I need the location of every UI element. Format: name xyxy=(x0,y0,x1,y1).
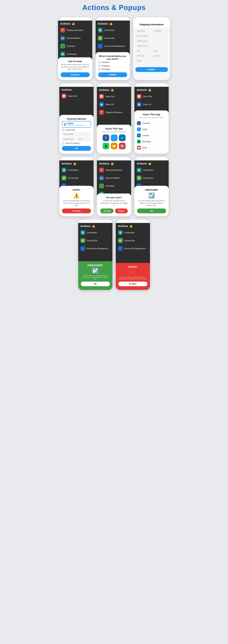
ok-bottom-button[interactable]: OK xyxy=(81,282,110,286)
menu-item[interactable]: 📋 Share List › xyxy=(136,100,167,108)
last-name-field[interactable] xyxy=(152,29,168,33)
confirmation-popup: Are you sure? You can even use this box … xyxy=(97,194,131,216)
back-arrow[interactable]: ← xyxy=(80,220,82,223)
menu-item[interactable]: ℹ️ Confirmation › xyxy=(117,229,148,236)
radio-instagram[interactable]: Instagram xyxy=(98,64,127,67)
menu-item[interactable]: ✅ Success Box › xyxy=(61,174,92,182)
menu-item[interactable]: 💳 Payment Method › xyxy=(60,34,91,42)
linkedin-share-button[interactable]: in xyxy=(119,134,126,141)
country-field[interactable] xyxy=(152,54,168,58)
whatsapp-share-button[interactable]: 📱 xyxy=(103,143,109,149)
menu-item[interactable]: 📞 Call Button › xyxy=(60,42,91,50)
menu-item[interactable]: 📦 Shipping Information › xyxy=(60,26,91,34)
cash-delivery-option[interactable]: Cash On Delivery xyxy=(62,142,91,144)
back-arrow[interactable]: ← xyxy=(60,18,62,20)
shipping-title: Shipping Information xyxy=(133,20,170,28)
menu-item[interactable]: 💳 Payment Method › xyxy=(98,174,130,182)
back-arrow[interactable]: ← xyxy=(134,18,137,20)
back-arrow[interactable]: ← xyxy=(136,158,138,160)
menu-item[interactable]: ℹ️ Confirmation › xyxy=(61,166,92,174)
arrow-icon: › xyxy=(90,95,91,97)
awesome-icon: ☑️ xyxy=(137,192,166,198)
menu-item[interactable]: 📦 Shipping Information › xyxy=(98,108,130,116)
share-whatsapp[interactable]: 📱 WhatsApp › xyxy=(137,138,166,145)
arrow-icon: › xyxy=(165,134,166,136)
submit-button[interactable]: SUBMIT xyxy=(98,72,127,77)
back-arrow[interactable]: ← xyxy=(98,84,101,86)
back-arrow[interactable]: ← xyxy=(61,84,63,86)
menu-item[interactable]: 📞 Call Button › xyxy=(98,182,130,190)
menu-item[interactable]: 📦 Shipping Information › xyxy=(98,166,130,174)
call-now-button[interactable]: Call Now xyxy=(61,72,90,77)
submit-button[interactable]: SUBMIT xyxy=(135,67,168,72)
menu-label: Share List xyxy=(143,104,164,106)
first-name-field[interactable] xyxy=(135,29,151,33)
menu-item[interactable]: ✅ Success Box › xyxy=(97,34,128,42)
go-back-button[interactable]: Go Back xyxy=(62,208,91,213)
facebook-share-button[interactable]: f xyxy=(103,134,109,141)
arrow-icon: › xyxy=(165,128,166,130)
credit-card-option[interactable]: Credit Card xyxy=(62,129,91,131)
frame-shipping-info: ← Shipping Information xyxy=(133,17,170,80)
menu-item[interactable]: ✅ Success Box › xyxy=(80,236,111,244)
menu-label: Confirmation xyxy=(87,232,108,234)
notes-field[interactable] xyxy=(135,59,168,66)
share-email[interactable]: ✉️ Email › xyxy=(137,145,166,151)
menu-item[interactable]: 📊 Share Grid › xyxy=(136,92,167,100)
back-arrow[interactable]: ← xyxy=(98,158,101,160)
menu-label: Call Button xyxy=(66,45,88,47)
menu-item[interactable]: ℹ️ Confirmation › xyxy=(97,26,128,34)
twitter-share-button[interactable]: 🐦 xyxy=(111,134,118,141)
menu-item[interactable]: 📊 Share Grid › xyxy=(61,92,92,100)
back-arrow[interactable]: ← xyxy=(97,18,100,20)
actions-label: Actions xyxy=(99,162,109,165)
share-linkedin[interactable]: in LinkedIn › xyxy=(137,132,166,138)
back-arrow[interactable]: ← xyxy=(117,220,120,223)
radio-facebook[interactable]: Facebook xyxy=(98,61,127,64)
menu-item[interactable]: 🔵 Success Box Background › xyxy=(80,244,111,252)
menu-item[interactable]: 🔵 Success Box Background › xyxy=(97,42,128,50)
radio-circle xyxy=(62,142,64,144)
confirm-icon: ℹ️ xyxy=(60,52,65,56)
back-arrow[interactable]: ← xyxy=(136,84,138,86)
state-field[interactable] xyxy=(152,49,168,53)
menu-item[interactable]: ℹ️ Confirmation › xyxy=(60,50,91,58)
menu-label: Payment Method xyxy=(66,37,88,39)
share-twitter[interactable]: 🐦 Twitter › xyxy=(137,126,166,132)
actions-label: Actions xyxy=(98,22,108,25)
go-back-bottom-button[interactable]: Go Back xyxy=(118,282,148,286)
card-number-field[interactable] xyxy=(62,132,91,136)
menu-item[interactable]: 📋 Share List › xyxy=(98,100,130,108)
accept-button[interactable]: Accept xyxy=(100,208,114,213)
back-arrow[interactable]: ← xyxy=(61,158,63,160)
download-share-button[interactable]: ⬇️ xyxy=(119,143,126,149)
menu-item[interactable]: ✅ Success Box › xyxy=(117,236,148,244)
menu-item[interactable]: ✅ Success Box › xyxy=(136,174,167,182)
menu-item[interactable]: ℹ️ Confirmation › xyxy=(80,229,111,236)
menu-label: Share Grid xyxy=(143,96,164,98)
share-facebook[interactable]: f Facebook › xyxy=(137,120,166,126)
menu-list: 📊 Share Grid › 📋 Share List › xyxy=(134,92,169,108)
actions-label: Actions xyxy=(118,224,128,228)
menu-label: Success Box Background xyxy=(87,248,108,250)
cvv-field[interactable] xyxy=(77,137,91,141)
menu-label: Shipping Information xyxy=(106,169,127,171)
reject-button[interactable]: Reject xyxy=(115,208,128,213)
phone-field[interactable] xyxy=(135,34,168,38)
address1-field[interactable] xyxy=(135,39,168,43)
share-list-popup: Share This App Share your love app to th… xyxy=(134,110,169,154)
arrow-icon: › xyxy=(147,240,148,242)
paypal-option[interactable]: PayPal PayPal ID: max@paypal.com xyxy=(62,121,91,128)
city-field[interactable] xyxy=(135,49,151,53)
menu-item[interactable]: ℹ️ Confirmation › xyxy=(136,166,167,174)
radio-whatsapp[interactable]: WhatsApp xyxy=(98,68,127,70)
expired-date-field[interactable] xyxy=(62,137,76,141)
menu-item[interactable]: 📊 Share Grid › xyxy=(98,92,130,100)
menu-item[interactable]: 🔵 Success Box Background › xyxy=(117,244,148,252)
email-share-button[interactable]: ✉️ xyxy=(111,143,118,149)
zip-field[interactable] xyxy=(135,54,151,58)
awesome-title: AWESOME! xyxy=(137,188,166,191)
ok-button[interactable]: OK xyxy=(62,146,91,151)
address2-field[interactable] xyxy=(135,44,168,48)
ok-button[interactable]: OK xyxy=(137,208,166,213)
